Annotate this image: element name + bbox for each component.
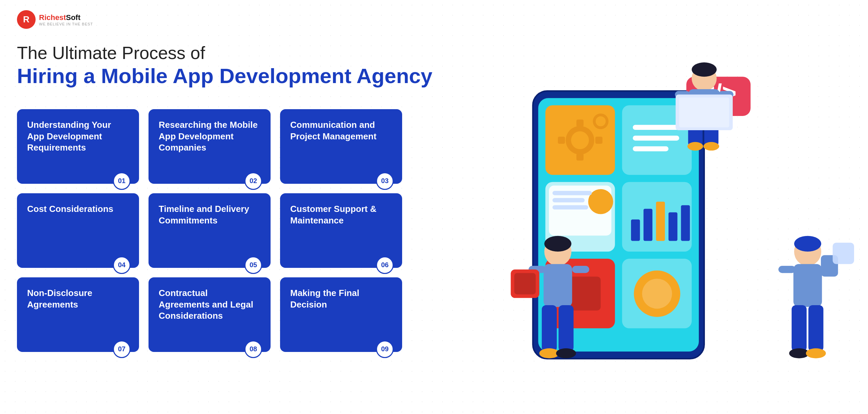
svg-rect-52 — [558, 305, 573, 352]
svg-rect-66 — [778, 266, 796, 273]
card-01: Understanding Your App Development Requi… — [17, 109, 139, 184]
svg-rect-29 — [681, 205, 690, 241]
svg-rect-51 — [542, 305, 557, 352]
svg-point-42 — [687, 142, 703, 151]
card-text-02: Researching the Mobile App Development C… — [159, 119, 260, 154]
cards-section: Understanding Your App Development Requi… — [17, 109, 410, 352]
svg-rect-56 — [572, 266, 589, 273]
logo-icon: R — [17, 10, 36, 29]
card-text-05: Timeline and Delivery Commitments — [159, 203, 260, 226]
card-text-09: Making the Final Decision — [290, 288, 392, 311]
svg-rect-25 — [631, 219, 640, 241]
svg-rect-11 — [595, 137, 603, 144]
card-number-01: 01 — [113, 172, 131, 190]
card-03: Communication and Project Management 03 — [280, 109, 402, 184]
illustration: </> — [454, 48, 861, 387]
card-08: Contractual Agreements and Legal Conside… — [149, 277, 271, 352]
card-text-01: Understanding Your App Development Requi… — [27, 119, 129, 154]
svg-rect-16 — [633, 136, 679, 141]
card-number-06: 06 — [376, 256, 394, 274]
svg-rect-27 — [656, 201, 665, 241]
card-text-03: Communication and Project Management — [290, 119, 392, 142]
svg-rect-50 — [544, 264, 572, 307]
main-layout: Understanding Your App Development Requi… — [17, 109, 851, 352]
svg-point-34 — [642, 279, 672, 309]
card-text-08: Contractual Agreements and Legal Conside… — [159, 288, 260, 322]
card-text-04: Cost Considerations — [27, 203, 129, 215]
card-number-07: 07 — [113, 340, 131, 358]
svg-point-38 — [692, 62, 717, 77]
svg-rect-68 — [833, 242, 854, 264]
card-number-09: 09 — [376, 340, 394, 358]
card-number-04: 04 — [113, 256, 131, 274]
logo-name: RichestSoft — [39, 13, 93, 22]
card-number-02: 02 — [244, 172, 262, 190]
svg-rect-17 — [633, 146, 668, 151]
svg-rect-21 — [552, 191, 592, 195]
cards-grid: Understanding Your App Development Requi… — [17, 109, 410, 352]
logo: R RichestSoft WE BELIEVE IN THE BEST — [17, 10, 851, 29]
svg-rect-22 — [552, 198, 585, 202]
svg-point-7 — [571, 131, 589, 149]
card-07: Non-Disclosure Agreements 07 — [17, 277, 139, 352]
card-number-05: 05 — [244, 256, 262, 274]
card-text-06: Customer Support & Maintenance — [290, 203, 392, 226]
svg-text:R: R — [23, 14, 29, 24]
card-06: Customer Support & Maintenance 06 — [280, 193, 402, 268]
svg-rect-47 — [679, 97, 729, 127]
svg-point-54 — [556, 348, 576, 358]
svg-rect-23 — [552, 205, 588, 210]
logo-tagline: WE BELIEVE IN THE BEST — [39, 22, 93, 26]
svg-point-20 — [588, 189, 613, 214]
logo-text: RichestSoft WE BELIEVE IN THE BEST — [39, 13, 93, 26]
svg-rect-61 — [793, 264, 822, 307]
svg-point-43 — [704, 142, 719, 151]
card-02: Researching the Mobile App Development C… — [149, 109, 271, 184]
svg-rect-9 — [576, 153, 584, 160]
svg-rect-63 — [808, 305, 823, 352]
card-09: Making the Final Decision 09 — [280, 277, 402, 352]
svg-point-65 — [806, 348, 826, 358]
svg-rect-28 — [669, 212, 677, 241]
illustration-section: </> — [410, 109, 851, 352]
svg-rect-10 — [558, 137, 565, 144]
svg-rect-26 — [644, 209, 652, 241]
svg-point-49 — [544, 236, 571, 251]
svg-rect-8 — [576, 119, 584, 126]
card-05: Timeline and Delivery Commitments 05 — [149, 193, 271, 268]
card-number-03: 03 — [376, 172, 394, 190]
svg-point-13 — [596, 116, 606, 126]
card-text-07: Non-Disclosure Agreements — [27, 288, 129, 311]
card-number-08: 08 — [244, 340, 262, 358]
svg-rect-62 — [792, 305, 807, 352]
svg-rect-58 — [514, 273, 536, 294]
svg-point-60 — [794, 236, 821, 251]
card-04: Cost Considerations 04 — [17, 193, 139, 268]
svg-rect-15 — [633, 125, 679, 130]
